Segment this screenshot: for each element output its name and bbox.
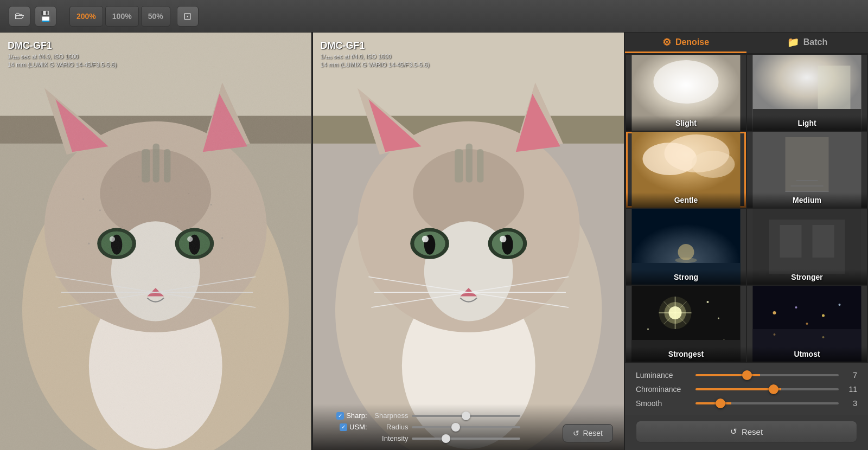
preset-utmost-label: Utmost bbox=[747, 346, 867, 362]
image-area: DMC-GF1 1/₁₂₅ sec at f/4.0, ISO 1600 14 … bbox=[0, 33, 624, 450]
processed-cam-info: DMC-GF1 1/₁₂₅ sec at f/4.0, ISO 1600 14 … bbox=[321, 40, 430, 69]
svg-point-114 bbox=[822, 314, 825, 317]
chrominance-label: Chrominance bbox=[636, 385, 690, 394]
sharpness-slider[interactable] bbox=[412, 415, 520, 417]
panel-reset-button[interactable]: ↺ Reset bbox=[563, 424, 613, 442]
sharp-label: Sharp: bbox=[346, 412, 367, 420]
sharpness-slider-wrap bbox=[412, 415, 520, 417]
original-image bbox=[0, 33, 311, 450]
sharpness-label: Sharpness bbox=[371, 412, 409, 420]
usm-checkbox[interactable]: ✓ bbox=[340, 423, 347, 431]
svg-point-116 bbox=[806, 323, 808, 325]
preset-light[interactable]: Light bbox=[747, 55, 867, 131]
sidebar-reset-label: Reset bbox=[742, 427, 763, 436]
preset-grid: Slight bbox=[625, 54, 868, 363]
panel-reset-label: Reset bbox=[583, 429, 603, 438]
smooth-label: Smooth bbox=[636, 399, 690, 408]
svg-rect-75 bbox=[818, 66, 851, 109]
smooth-value: 3 bbox=[844, 399, 857, 408]
sharpness-row: ✓ Sharp: Sharpness bbox=[324, 412, 614, 420]
zoom-100-button[interactable]: 100% bbox=[105, 6, 139, 27]
main-area: DMC-GF1 1/₁₂₅ sec at f/4.0, ISO 1600 14 … bbox=[0, 33, 868, 450]
fit-button[interactable]: ⊡ bbox=[177, 6, 199, 27]
svg-rect-40 bbox=[0, 33, 311, 450]
svg-point-107 bbox=[647, 329, 649, 330]
processed-camera-settings2: 14 mm (LUMIX G VARIO 14-45/F3.5-5.6) bbox=[321, 61, 430, 69]
toolbar: 🗁 💾 200% 100% 50% ⊡ bbox=[0, 0, 868, 33]
radius-slider-wrap bbox=[412, 426, 520, 428]
original-camera-model: DMC-GF1 bbox=[8, 40, 117, 52]
intensity-label: Intensity bbox=[371, 434, 409, 442]
original-cam-info: DMC-GF1 1/₁₂₅ sec at f/4.0, ISO 1600 14 … bbox=[8, 40, 117, 69]
svg-point-80 bbox=[692, 151, 735, 178]
zoom-controls: 200% 100% 50% bbox=[69, 6, 170, 27]
luminance-slider-wrap bbox=[695, 374, 839, 376]
preset-strongest[interactable]: Strongest bbox=[626, 286, 746, 362]
preset-gentle-label: Gentle bbox=[626, 192, 746, 208]
original-camera-settings2: 14 mm (LUMIX G VARIO 14-45/F3.5-5.6) bbox=[8, 61, 117, 69]
chrominance-row: Chrominance 11 bbox=[636, 385, 857, 394]
radius-label: Radius bbox=[371, 423, 409, 431]
svg-point-113 bbox=[795, 306, 797, 308]
processed-camera-model: DMC-GF1 bbox=[321, 40, 430, 52]
preset-strong[interactable]: Strong bbox=[626, 209, 746, 285]
sidebar-reset-button[interactable]: ↺ Reset bbox=[636, 421, 857, 442]
svg-point-63 bbox=[500, 236, 506, 242]
preset-light-label: Light bbox=[747, 115, 867, 131]
batch-icon: 📁 bbox=[787, 36, 799, 48]
tab-denoise[interactable]: ⚙ Denoise bbox=[625, 33, 746, 53]
usm-label: USM: bbox=[349, 423, 367, 431]
zoom-50-button[interactable]: 50% bbox=[141, 6, 170, 27]
open-button[interactable]: 🗁 bbox=[9, 6, 30, 27]
svg-rect-53 bbox=[465, 144, 472, 183]
svg-point-62 bbox=[422, 236, 428, 242]
preset-strongest-label: Strongest bbox=[626, 346, 746, 362]
tab-denoise-label: Denoise bbox=[675, 37, 709, 47]
chrominance-slider[interactable] bbox=[695, 388, 839, 390]
chrominance-slider-wrap bbox=[695, 388, 839, 390]
adjustments-panel: Luminance 7 Chrominance 11 Smooth 3 bbox=[625, 363, 868, 415]
sidebar-header: ⚙ Denoise 📁 Batch bbox=[625, 33, 868, 54]
zoom-200-button[interactable]: 200% bbox=[69, 6, 103, 27]
luminance-row: Luminance 7 bbox=[636, 371, 857, 380]
intensity-slider-wrap bbox=[412, 438, 520, 440]
svg-rect-52 bbox=[455, 149, 463, 182]
sharp-checkbox-group: ✓ Sharp: bbox=[324, 412, 367, 420]
preset-stronger[interactable]: Stronger bbox=[747, 209, 867, 285]
radius-slider[interactable] bbox=[412, 426, 520, 428]
processed-panel: DMC-GF1 1/₁₂₅ sec at f/4.0, ISO 1600 14 … bbox=[311, 33, 624, 450]
processed-image bbox=[313, 33, 624, 450]
sidebar-reset-icon: ↺ bbox=[730, 427, 737, 436]
preset-stronger-label: Stronger bbox=[747, 269, 867, 285]
svg-point-115 bbox=[839, 304, 841, 306]
svg-point-118 bbox=[822, 336, 825, 338]
processed-camera-settings1: 1/₁₂₅ sec at f/4.0, ISO 1600 bbox=[321, 53, 430, 61]
save-button[interactable]: 💾 bbox=[35, 6, 56, 27]
original-panel: DMC-GF1 1/₁₂₅ sec at f/4.0, ISO 1600 14 … bbox=[0, 33, 311, 450]
tab-batch[interactable]: 📁 Batch bbox=[746, 33, 868, 53]
tab-batch-label: Batch bbox=[803, 37, 827, 47]
sidebar: ⚙ Denoise 📁 Batch bbox=[624, 33, 868, 450]
save-icon: 💾 bbox=[40, 10, 52, 22]
preset-medium-label: Medium bbox=[747, 192, 867, 208]
fit-icon: ⊡ bbox=[183, 10, 192, 22]
preset-medium[interactable]: Medium bbox=[747, 132, 867, 208]
sharp-checkbox[interactable]: ✓ bbox=[336, 412, 344, 420]
chrominance-value: 11 bbox=[844, 385, 857, 394]
preset-slight[interactable]: Slight bbox=[626, 55, 746, 131]
folder-icon: 🗁 bbox=[15, 10, 24, 22]
smooth-slider[interactable] bbox=[695, 402, 839, 404]
svg-point-91 bbox=[675, 258, 697, 263]
svg-point-112 bbox=[773, 311, 776, 314]
svg-point-117 bbox=[774, 333, 776, 336]
preset-utmost[interactable]: Utmost bbox=[747, 286, 867, 362]
preset-gentle[interactable]: Gentle bbox=[626, 132, 746, 208]
luminance-slider[interactable] bbox=[695, 374, 839, 376]
svg-point-106 bbox=[718, 318, 719, 319]
luminance-value: 7 bbox=[844, 371, 857, 380]
preset-strong-label: Strong bbox=[626, 269, 746, 285]
svg-rect-54 bbox=[477, 149, 483, 182]
intensity-slider[interactable] bbox=[412, 438, 520, 440]
luminance-label: Luminance bbox=[636, 371, 690, 380]
smooth-row: Smooth 3 bbox=[636, 399, 857, 408]
